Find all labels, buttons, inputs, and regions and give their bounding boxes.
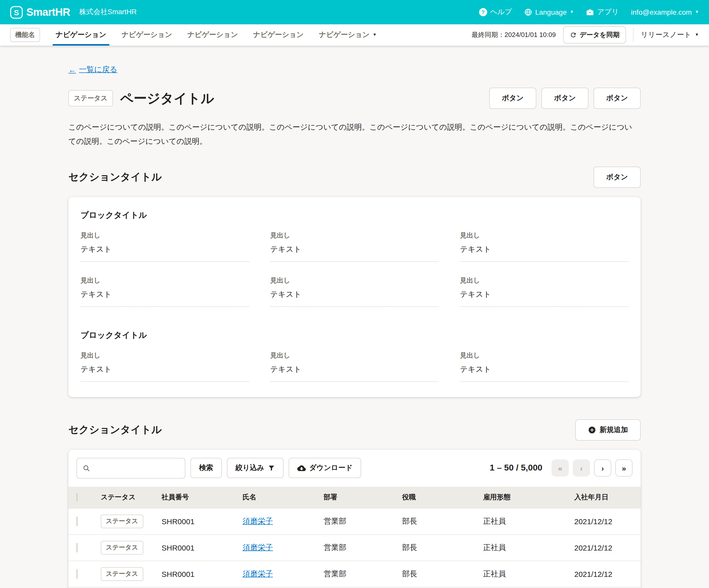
account-menu[interactable]: info@example.com ▼ bbox=[631, 8, 699, 16]
brand-wordmark[interactable]: SmartHR bbox=[26, 6, 70, 18]
nav-tabs: ナビゲーション ナビゲーション ナビゲーション ナビゲーション ナビゲーション … bbox=[48, 24, 384, 46]
row-employee-no: SHR0001 bbox=[153, 508, 234, 534]
nav-tab-2[interactable]: ナビゲーション bbox=[114, 24, 180, 46]
row-name-link[interactable]: 須磨栄子 bbox=[242, 516, 273, 525]
row-hire-date: 2021/12/12 bbox=[566, 561, 641, 587]
pagination-first-button[interactable]: « bbox=[552, 459, 569, 477]
column-header-employee-no: 社員番号 bbox=[153, 486, 234, 508]
last-sync-text: 最終同期：2024/01/01 10:09 bbox=[472, 30, 556, 39]
nav-tab-4[interactable]: ナビゲーション bbox=[246, 24, 311, 46]
double-chevron-right-icon: » bbox=[622, 464, 626, 472]
search-button[interactable]: 検索 bbox=[190, 458, 222, 478]
download-button[interactable]: ダウンロード bbox=[288, 458, 361, 478]
language-label: Language bbox=[535, 8, 567, 16]
double-chevron-left-icon: « bbox=[558, 464, 562, 472]
info-field: 見出し テキスト bbox=[270, 231, 439, 262]
row-name-link[interactable]: 須磨栄子 bbox=[242, 543, 273, 551]
language-menu[interactable]: Language ▼ bbox=[524, 8, 574, 16]
select-all-checkbox[interactable] bbox=[76, 493, 78, 501]
add-new-button[interactable]: 新規追加 bbox=[575, 419, 641, 440]
row-name-link[interactable]: 須磨栄子 bbox=[242, 569, 273, 578]
info-field: 見出し テキスト bbox=[460, 351, 629, 382]
page-action-button-1[interactable]: ボタン bbox=[489, 88, 536, 109]
info-field: 見出し テキスト bbox=[80, 351, 249, 382]
page-description: このページについての説明。このページについての説明。このページについての説明。こ… bbox=[68, 120, 635, 148]
chevron-down-icon: ▼ bbox=[695, 10, 699, 14]
field-label: 見出し bbox=[80, 351, 249, 360]
account-email: info@example.com bbox=[631, 8, 692, 16]
filter-button[interactable]: 絞り込み bbox=[227, 458, 283, 478]
nav-tab-5[interactable]: ナビゲーション ▼ bbox=[311, 24, 384, 46]
nav-tab-1[interactable]: ナビゲーション bbox=[48, 24, 114, 46]
filter-funnel-icon bbox=[268, 464, 275, 472]
search-input[interactable] bbox=[94, 464, 179, 472]
field-label: 見出し bbox=[80, 276, 249, 285]
pagination-prev-button[interactable]: ‹ bbox=[573, 459, 590, 477]
chevron-right-icon: › bbox=[601, 464, 604, 472]
row-department: 営業部 bbox=[315, 508, 394, 534]
page-root: S SmartHR 株式会社SmartHR ? ヘルプ Language ▼ bbox=[0, 0, 709, 588]
nav-tab-label: ナビゲーション bbox=[56, 30, 106, 39]
row-checkbox[interactable] bbox=[76, 543, 78, 552]
row-employee-no: SHR0001 bbox=[153, 587, 234, 588]
info-block-1: ブロックタイトル 見出し テキスト 見出し テキスト 見出し テキスト bbox=[80, 210, 629, 307]
back-to-list-link[interactable]: ← 一覧に戻る bbox=[68, 65, 117, 75]
block-title: ブロックタイトル bbox=[80, 210, 629, 220]
nav-tab-3[interactable]: ナビゲーション bbox=[180, 24, 246, 46]
pagination: 1 – 50 / 5,000 « ‹ › » bbox=[490, 459, 633, 477]
company-name: 株式会社SmartHR bbox=[79, 8, 137, 17]
table-row: ステータス SHR0001 須磨栄子 営業部 部長 正社員 2021/12/12 bbox=[68, 534, 641, 561]
apps-menu[interactable]: アプリ bbox=[586, 8, 619, 17]
filter-button-label: 絞り込み bbox=[236, 463, 264, 473]
info-field: 見出し テキスト bbox=[270, 351, 439, 382]
row-checkbox[interactable] bbox=[76, 569, 78, 579]
table-row: ステータス SHR0001 須磨栄子 営業部 部長 正社員 2021/12/12 bbox=[68, 587, 641, 588]
nav-tab-label: ナビゲーション bbox=[187, 30, 238, 39]
release-notes-menu[interactable]: リリースノート ▼ bbox=[641, 30, 699, 39]
row-department: 営業部 bbox=[315, 534, 394, 561]
row-employment-type: 正社員 bbox=[475, 587, 566, 588]
column-header-employment-type: 雇用形態 bbox=[475, 486, 566, 508]
search-box bbox=[76, 458, 185, 478]
info-field: 見出し テキスト bbox=[460, 231, 629, 262]
plus-circle-icon bbox=[588, 426, 596, 434]
column-header-hire-date: 入社年月日 bbox=[566, 486, 641, 508]
page-action-button-2[interactable]: ボタン bbox=[542, 88, 588, 109]
briefcase-icon bbox=[586, 8, 594, 16]
section1-button[interactable]: ボタン bbox=[594, 166, 641, 188]
field-value: テキスト bbox=[270, 244, 439, 262]
field-label: 見出し bbox=[460, 351, 629, 360]
row-position: 部長 bbox=[394, 561, 475, 587]
field-label: 見出し bbox=[460, 276, 629, 285]
row-checkbox[interactable] bbox=[76, 516, 78, 526]
table-row: ステータス SHR0001 須磨栄子 営業部 部長 正社員 2021/12/12 bbox=[68, 508, 641, 534]
table-row: ステータス SHR0001 須磨栄子 営業部 部長 正社員 2021/12/12 bbox=[68, 561, 641, 587]
field-label: 見出し bbox=[270, 276, 439, 285]
sync-data-button[interactable]: データを同期 bbox=[563, 26, 626, 44]
pagination-last-button[interactable]: » bbox=[615, 459, 633, 477]
info-field: 見出し テキスト bbox=[270, 276, 439, 307]
row-hire-date: 2021/12/12 bbox=[566, 534, 641, 561]
back-arrow-icon: ← bbox=[68, 65, 76, 74]
field-value: テキスト bbox=[460, 365, 629, 382]
field-value: テキスト bbox=[460, 289, 629, 307]
row-position: 部長 bbox=[394, 508, 475, 534]
help-icon: ? bbox=[479, 8, 487, 16]
row-status-badge: ステータス bbox=[101, 567, 143, 581]
field-value: テキスト bbox=[460, 244, 629, 262]
page-title-row: ステータス ページタイトル ボタン ボタン ボタン bbox=[68, 88, 641, 109]
column-header-department: 部署 bbox=[315, 486, 394, 508]
page-action-button-3[interactable]: ボタン bbox=[594, 88, 641, 109]
row-department: 営業部 bbox=[315, 561, 394, 587]
smarthr-logo-icon[interactable]: S bbox=[10, 6, 23, 19]
search-icon bbox=[82, 464, 90, 472]
row-status-badge: ステータス bbox=[101, 514, 143, 528]
pagination-range: 1 – 50 / 5,000 bbox=[490, 463, 542, 473]
row-employment-type: 正社員 bbox=[475, 508, 566, 534]
info-field: 見出し テキスト bbox=[80, 276, 249, 307]
sync-data-label: データを同期 bbox=[580, 30, 620, 39]
pagination-next-button[interactable]: › bbox=[594, 459, 611, 477]
nav-tab-label: ナビゲーション bbox=[253, 30, 304, 39]
help-menu[interactable]: ? ヘルプ bbox=[479, 8, 512, 17]
field-grid: 見出し テキスト 見出し テキスト 見出し テキスト 見出し bbox=[80, 231, 629, 307]
